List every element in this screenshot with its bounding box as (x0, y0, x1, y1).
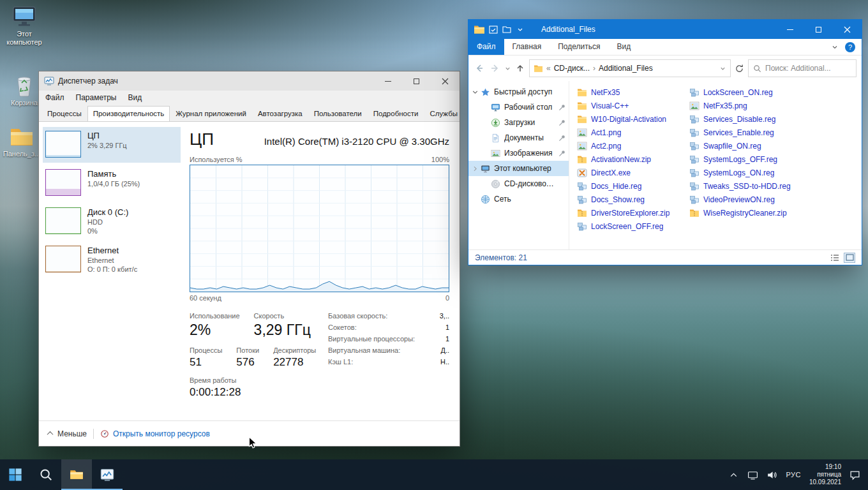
taskmgr-body: ЦП 2% 3,29 ГГц Память 1,0/4,0 ГБ (25%) (39, 122, 460, 420)
maximize-button[interactable] (402, 71, 431, 91)
menu-item[interactable]: Файл (45, 93, 64, 102)
menu-item[interactable]: Параметры (76, 93, 117, 102)
taskbar-task-manager-button[interactable] (92, 459, 123, 490)
collapse-button[interactable]: Меньше (48, 429, 87, 438)
breadcrumb-folder[interactable]: Additional_Files (599, 64, 653, 73)
taskbar-search-button[interactable] (31, 459, 61, 490)
ribbon-tab[interactable]: Поделиться (550, 39, 608, 55)
sidebar-item[interactable]: CD-дисковод (D:) IOT (468, 176, 569, 191)
sidebar-item[interactable]: Рабочий стол (468, 100, 569, 115)
help-button[interactable]: ? (845, 42, 855, 52)
ribbon-expand-chevron-icon[interactable] (831, 43, 839, 51)
sidebar-item[interactable]: Сеть (468, 191, 569, 207)
taskmgr-tab[interactable]: Подробности (368, 106, 424, 122)
file-item[interactable]: LockScreen_ON.reg (689, 85, 802, 99)
performance-item[interactable]: Память 1,0/4,0 ГБ (25%) (43, 165, 181, 201)
file-item[interactable]: WiseRegistryCleaner.zip (689, 206, 802, 219)
file-item[interactable]: Act2.png (577, 139, 689, 152)
file-item[interactable]: W10-Digital-Activation (577, 112, 689, 126)
reg-icon (689, 142, 700, 151)
maximize-button[interactable] (804, 20, 833, 39)
file-item[interactable]: Docs_Show.reg (577, 193, 689, 206)
forward-button[interactable] (489, 63, 500, 73)
pictures-icon (491, 149, 501, 158)
taskmgr-tab[interactable]: Производительность (87, 106, 170, 122)
taskmgr-tabstrip: ПроцессыПроизводительностьЖурнал приложе… (39, 105, 460, 122)
sidebar-item[interactable]: Быстрый доступ (468, 84, 569, 100)
file-item[interactable]: ActivationNew.zip (577, 152, 689, 166)
chevron-right-icon (471, 165, 479, 173)
performance-item[interactable]: Диск 0 (C:) HDD 0% (43, 204, 181, 239)
file-item[interactable]: Swapfile_ON.reg (689, 139, 802, 152)
pin-icon (558, 119, 566, 127)
file-item[interactable]: Act1.png (577, 126, 689, 139)
zip-icon (577, 155, 587, 164)
volume-icon[interactable] (767, 470, 777, 480)
performance-item[interactable]: ЦП 2% 3,29 ГГц (43, 127, 181, 163)
close-button[interactable] (833, 20, 862, 39)
file-item[interactable]: Docs_Hide.reg (577, 179, 689, 193)
refresh-button[interactable] (735, 64, 744, 73)
file-item[interactable]: DirectX.exe (577, 166, 689, 179)
address-dropdown-chevron-icon[interactable] (719, 65, 726, 72)
file-item[interactable]: NetFx35 (577, 85, 689, 99)
desktop: Этот компьютер Корзина Панель_з... Диспе… (0, 0, 868, 490)
file-item[interactable]: VideoPreviewON.reg (689, 193, 802, 206)
minimize-button[interactable] (775, 20, 804, 39)
start-button[interactable] (0, 459, 31, 490)
clock[interactable]: 19:10 пятница 10.09.2021 (809, 463, 841, 486)
ribbon-tab[interactable]: Вид (608, 39, 639, 55)
file-item[interactable]: LockScreen_OFF.reg (577, 219, 689, 233)
file-item[interactable]: DriverStoreExplorer.zip (577, 206, 689, 219)
new-folder-icon[interactable] (502, 26, 511, 34)
breadcrumb-overflow[interactable]: « (546, 64, 551, 73)
taskmgr-tab[interactable]: Пользователи (308, 106, 368, 122)
file-item[interactable]: Services_Disable.reg (689, 112, 802, 126)
sidebar-item[interactable]: Документы (468, 130, 569, 145)
sidebar-item[interactable]: Этот компьютер (468, 161, 569, 176)
sidebar-item[interactable]: Изображения (468, 145, 569, 161)
action-center-icon[interactable] (849, 470, 860, 480)
close-button[interactable] (431, 71, 460, 91)
explorer-titlebar[interactable]: Additional_Files (468, 20, 862, 39)
minimize-button[interactable] (373, 71, 402, 91)
qat-chevron-down-icon[interactable] (516, 26, 525, 34)
properties-icon[interactable] (489, 26, 498, 34)
file-item[interactable]: Tweaks_SSD-to-HDD.reg (689, 179, 802, 193)
display-icon[interactable] (747, 470, 758, 480)
taskmgr-titlebar[interactable]: Диспетчер задач (39, 71, 460, 91)
taskmgr-tab[interactable]: Процессы (41, 106, 87, 122)
window-title: Диспетчер задач (58, 77, 118, 85)
reg-icon (689, 195, 700, 204)
taskbar-explorer-button[interactable] (61, 459, 92, 490)
open-resource-monitor-link[interactable]: Открыть монитор ресурсов (100, 429, 210, 438)
breadcrumb-separator: › (593, 64, 595, 73)
up-button[interactable] (515, 63, 525, 73)
hidden-icons-chevron-icon[interactable] (728, 470, 739, 480)
file-item[interactable]: Services_Enable.reg (689, 126, 802, 139)
menu-item[interactable]: Вид (128, 93, 142, 102)
back-button[interactable] (474, 63, 485, 73)
address-bar[interactable]: « CD-диск... › Additional_Files (529, 59, 731, 77)
performance-item[interactable]: Ethernet Ethernet О: 0 П: 0 кбит/с (43, 242, 181, 278)
thumbnail-view-button[interactable] (844, 253, 855, 263)
file-item[interactable]: Visual-C++ (577, 99, 689, 112)
history-chevron-icon[interactable] (504, 65, 511, 72)
file-item[interactable]: SystemLogs_ON.reg (689, 166, 802, 179)
spec-row: Сокетов: 1 (328, 323, 449, 331)
taskmgr-tab[interactable]: Службы (424, 106, 460, 122)
taskmgr-tab[interactable]: Журнал приложений (170, 106, 252, 122)
taskmgr-tab[interactable]: Автозагрузка (252, 106, 308, 122)
search-input[interactable]: Поиск: Additional... (748, 59, 857, 77)
file-item[interactable]: NetFx35.png (689, 99, 802, 112)
file-item[interactable]: SystemLogs_OFF.reg (689, 152, 802, 166)
reg-icon (689, 168, 700, 177)
search-icon (753, 64, 761, 73)
ribbon-tab[interactable]: Файл (468, 39, 504, 55)
sidebar-item[interactable]: Загрузки (468, 115, 569, 130)
breadcrumb-drive[interactable]: CD-диск... (554, 64, 590, 73)
details-view-button[interactable] (829, 253, 841, 263)
ribbon-tab[interactable]: Главная (504, 39, 550, 55)
desktop-icon-this-pc[interactable]: Этот компьютер (1, 5, 47, 47)
language-indicator[interactable]: РУС (786, 471, 801, 479)
